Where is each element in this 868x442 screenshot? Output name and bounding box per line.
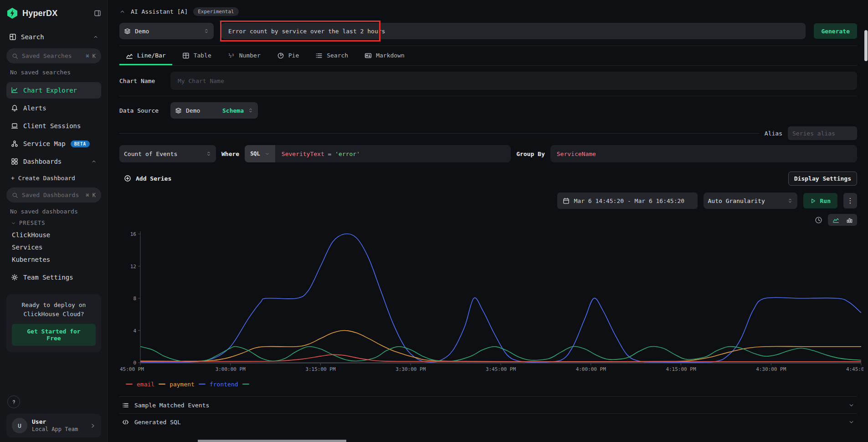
- tab-search[interactable]: Search: [309, 47, 354, 65]
- assistant-prompt-input[interactable]: [221, 23, 806, 39]
- sidebar-item-chart-explorer[interactable]: Chart Explorer: [6, 82, 101, 99]
- clock-icon: [815, 216, 822, 224]
- svg-text:4:45:00 PM: 4:45:00 PM: [846, 366, 863, 372]
- chevron-up-icon: [93, 34, 98, 40]
- help-button[interactable]: [7, 395, 20, 408]
- list-icon: [315, 52, 323, 59]
- app-window: HyperDX Search ⌘ K No saved searches: [0, 0, 868, 442]
- chart-name-input[interactable]: [170, 72, 857, 90]
- brand-name: HyperDX: [22, 9, 57, 18]
- brand[interactable]: HyperDX: [6, 5, 101, 21]
- create-dashboard-button[interactable]: + Create Dashboard: [6, 171, 101, 185]
- data-source-select[interactable]: Demo Schema: [170, 102, 258, 119]
- saved-dashboards-input[interactable]: ⌘ K: [6, 187, 101, 203]
- sample-matched-events-section[interactable]: Sample Matched Events: [119, 397, 857, 413]
- number-icon: 123: [228, 52, 235, 59]
- chart-type-tabs: Line/Bar Table 123 Number Pie Search Mar…: [119, 47, 857, 66]
- presets-toggle[interactable]: PRESETS: [6, 218, 101, 229]
- layers-icon: [175, 107, 182, 114]
- get-started-button[interactable]: Get Started for Free: [12, 324, 96, 346]
- chart-area[interactable]: 0481216Mar 6 2:45:00 PM3:00:00 PM3:15:00…: [119, 228, 857, 389]
- tab-line-bar[interactable]: Line/Bar: [119, 47, 172, 65]
- chevron-down-icon: [848, 419, 854, 425]
- group-by-value: ServiceName: [557, 151, 596, 157]
- time-toggle-button[interactable]: [815, 216, 822, 224]
- svg-text:Mar 6 2:45:00 PM: Mar 6 2:45:00 PM: [119, 366, 144, 372]
- sidebar-item-label: Alerts: [23, 104, 46, 112]
- calendar-icon: [563, 198, 570, 204]
- legend-dash[interactable]: [242, 384, 249, 385]
- where-label: Where: [221, 151, 239, 157]
- alias-input[interactable]: [788, 126, 857, 140]
- data-source-value: Demo: [186, 107, 200, 114]
- beta-badge: BETA: [71, 140, 90, 147]
- sidebar-group-search[interactable]: Search: [6, 30, 101, 44]
- dashboards-icon: [11, 158, 18, 165]
- tab-markdown[interactable]: Markdown: [358, 47, 411, 65]
- generate-button[interactable]: Generate: [814, 23, 857, 39]
- line-view-button[interactable]: [830, 215, 842, 225]
- where-filter-input[interactable]: SQL SeverityText = 'error': [245, 145, 511, 162]
- cloud-card-text: Ready to deploy on ClickHouse Cloud?: [12, 301, 96, 318]
- run-button[interactable]: Run: [803, 193, 837, 208]
- horizontal-scrollbar-thumb[interactable]: [198, 440, 346, 442]
- legend-label[interactable]: email: [137, 381, 154, 388]
- chart-display-toggle: [828, 214, 857, 226]
- vertical-scrollbar-thumb[interactable]: [864, 30, 868, 61]
- chevron-down-icon: [265, 151, 270, 156]
- legend-dash[interactable]: [199, 384, 205, 385]
- chevron-right-icon: [90, 423, 96, 429]
- bar-view-button[interactable]: [843, 215, 855, 225]
- experimental-badge: Experimental: [193, 7, 238, 16]
- markdown-icon: [365, 52, 372, 59]
- tab-table[interactable]: Table: [176, 47, 218, 65]
- granularity-select[interactable]: Auto Granularity: [704, 192, 797, 209]
- search-group-icon: [9, 33, 16, 41]
- sidebar-item-service-map[interactable]: Service Map BETA: [6, 135, 101, 152]
- legend-dash[interactable]: [159, 384, 165, 385]
- preset-kubernetes[interactable]: Kubernetes: [6, 253, 101, 265]
- add-series-button[interactable]: Add Series: [119, 175, 171, 182]
- sidebar-item-dashboards[interactable]: Dashboards: [6, 153, 101, 170]
- sidebar-item-alerts[interactable]: Alerts: [6, 100, 101, 116]
- svg-text:3: 3: [232, 53, 234, 57]
- tab-label: Number: [239, 52, 261, 59]
- saved-searches-input[interactable]: ⌘ K: [6, 48, 101, 63]
- chevron-updown-icon: [787, 198, 793, 204]
- group-by-input[interactable]: ServiceName: [550, 145, 857, 162]
- assistant-source-select[interactable]: Demo: [119, 23, 214, 39]
- more-options-button[interactable]: ⋮: [843, 193, 857, 208]
- sample-events-label: Sample Matched Events: [134, 402, 209, 409]
- saved-dashboards-field[interactable]: [22, 192, 82, 198]
- display-settings-button[interactable]: Display Settings: [788, 172, 857, 186]
- preset-services[interactable]: Services: [6, 241, 101, 253]
- legend-label[interactable]: frontend: [210, 381, 238, 388]
- generated-sql-section[interactable]: Generated SQL: [119, 414, 857, 430]
- preset-clickhouse[interactable]: ClickHouse: [6, 229, 101, 241]
- tab-label: Markdown: [376, 52, 405, 59]
- collapse-assistant-icon[interactable]: [119, 9, 125, 15]
- clickhouse-cloud-card: Ready to deploy on ClickHouse Cloud? Get…: [6, 294, 101, 352]
- legend-label[interactable]: payment: [169, 381, 195, 388]
- date-range-picker[interactable]: Mar 6 14:45:20 - Mar 6 16:45:20: [557, 192, 698, 209]
- hyperdx-logo-icon: [6, 7, 18, 19]
- aggregation-select[interactable]: Count of Events: [119, 145, 216, 162]
- sql-language-select[interactable]: SQL: [245, 145, 275, 162]
- schema-link[interactable]: Schema: [222, 107, 244, 114]
- collapse-sidebar-icon[interactable]: [94, 10, 101, 17]
- search-icon: [12, 192, 18, 198]
- sidebar-item-team-settings[interactable]: Team Settings: [6, 269, 101, 286]
- tab-number[interactable]: 123 Number: [221, 47, 267, 65]
- legend-dash[interactable]: [126, 384, 133, 385]
- filter-field: SeverityText: [282, 151, 324, 157]
- tab-pie[interactable]: Pie: [271, 47, 305, 65]
- chevron-updown-icon: [248, 107, 253, 114]
- chevron-updown-icon: [206, 151, 211, 157]
- user-card[interactable]: U User Local App Team: [6, 414, 101, 437]
- where-expression: SeverityText = 'error': [275, 151, 366, 157]
- avatar: U: [12, 418, 27, 433]
- series-line-unnamed: [140, 346, 861, 362]
- svg-text:4: 4: [133, 328, 136, 334]
- saved-searches-field[interactable]: [22, 52, 82, 59]
- sidebar-item-client-sessions[interactable]: Client Sessions: [6, 118, 101, 134]
